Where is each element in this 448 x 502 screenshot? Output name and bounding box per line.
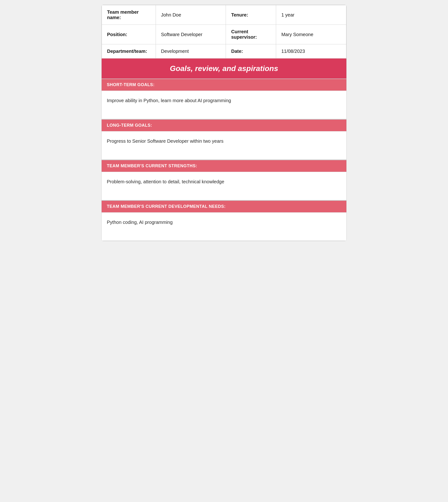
- section-content-current-strengths: Problem-solving, attention to detail, te…: [102, 172, 346, 200]
- position-value: Software Developer: [156, 25, 226, 44]
- tenure-label: Tenure:: [226, 5, 276, 25]
- section-header-long-term-goals: LONG-TERM GOALS:: [102, 119, 346, 131]
- section-header-label-short-term-goals: SHORT-TERM GOALS:: [107, 82, 155, 87]
- supervisor-value: Mary Someone: [276, 25, 346, 44]
- section-header-developmental-needs: TEAM MEMBER'S CURRENT DEVELOPMENTAL NEED…: [102, 201, 346, 213]
- section-content-long-term-goals: Progress to Senior Software Developer wi…: [102, 131, 346, 160]
- section-content-developmental-needs: Python coding, AI programming: [102, 213, 346, 241]
- section-header-label-long-term-goals: LONG-TERM GOALS:: [107, 123, 152, 128]
- team-member-name-value: John Doe: [156, 5, 226, 25]
- sections-container: SHORT-TERM GOALS:Improve ability in Pyth…: [102, 79, 346, 241]
- position-label: Position:: [102, 25, 156, 44]
- section-developmental-needs: TEAM MEMBER'S CURRENT DEVELOPMENTAL NEED…: [102, 200, 346, 241]
- section-short-term-goals: SHORT-TERM GOALS:Improve ability in Pyth…: [102, 79, 346, 119]
- date-value: 11/08/2023: [276, 44, 346, 59]
- section-header-label-current-strengths: TEAM MEMBER'S CURRENT STRENGTHS:: [107, 164, 197, 168]
- team-member-name-label: Team member name:: [102, 5, 156, 25]
- tenure-value: 1 year: [276, 5, 346, 25]
- info-table: Team member name: John Doe Tenure: 1 yea…: [102, 5, 346, 59]
- section-current-strengths: TEAM MEMBER'S CURRENT STRENGTHS:Problem-…: [102, 160, 346, 200]
- section-long-term-goals: LONG-TERM GOALS:Progress to Senior Softw…: [102, 119, 346, 160]
- section-header-short-term-goals: SHORT-TERM GOALS:: [102, 79, 346, 91]
- section-content-short-term-goals: Improve ability in Python, learn more ab…: [102, 91, 346, 119]
- main-section-header: Goals, review, and aspirations: [102, 59, 346, 79]
- page-container: Team member name: John Doe Tenure: 1 yea…: [101, 5, 347, 241]
- department-value: Development: [156, 44, 226, 59]
- supervisor-label: Current supervisor:: [226, 25, 276, 44]
- date-label: Date:: [226, 44, 276, 59]
- section-header-label-developmental-needs: TEAM MEMBER'S CURRENT DEVELOPMENTAL NEED…: [107, 204, 226, 209]
- section-header-current-strengths: TEAM MEMBER'S CURRENT STRENGTHS:: [102, 160, 346, 172]
- main-section-title: Goals, review, and aspirations: [106, 64, 342, 73]
- department-label: Department/team:: [102, 44, 156, 59]
